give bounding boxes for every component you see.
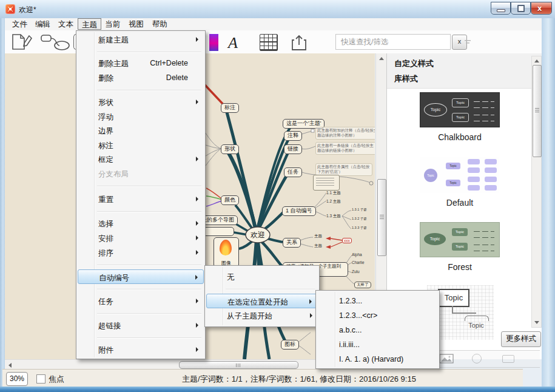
panel-scrollbar[interactable] [531,56,542,328]
menu-current[interactable]: 当前 [101,18,124,30]
child-topic[interactable]: 1.2 主题 [326,199,341,204]
child-topic[interactable]: 主题 [314,243,322,249]
thumb-leaf [474,236,494,239]
menu-item-delete-topic[interactable]: 删除主题Ctrl+Delete [78,56,204,70]
panel-scroll-thumb[interactable] [533,65,542,157]
menu-item-task[interactable]: 任务 [78,294,204,308]
custom-styles-header[interactable]: 自定义样式 [394,58,434,69]
child-topic[interactable]: 1.3.3 子题 [352,226,367,230]
menu-item-callout[interactable]: 标注 [78,138,204,152]
submenu-arrow-icon [195,275,198,280]
scroll-up-icon[interactable] [379,57,384,60]
menu-item-roman[interactable]: i.ii.iii... [317,337,438,352]
menu-item-floating[interactable]: 浮动 [78,109,204,124]
menu-bar: 文件 编辑 文本 主题 当前 视图 帮助 [5,18,542,31]
submenu-arrow-icon [196,37,198,42]
central-topic-node[interactable]: 欢迎 [247,230,268,241]
topic-node[interactable]: 图标 [281,340,299,350]
menu-text[interactable]: 文本 [55,18,77,30]
menu-file[interactable]: 文件 [8,18,31,30]
new-document-icon[interactable] [11,34,36,50]
child-topic[interactable]: 1.3.2 子题 [352,217,367,221]
color-swatch-icon[interactable] [209,34,218,51]
menu-item-select[interactable]: 选择 [78,216,204,231]
close-icon: x [537,4,542,13]
more-styles-button[interactable]: 更多样式 [501,331,541,347]
font-icon[interactable]: A [228,34,244,51]
relation-label[interactable]: xxx [342,238,352,243]
theme-item-default[interactable]: Topic Topic Topic Default [390,157,530,208]
library-styles-header[interactable]: 库样式 [394,73,418,84]
scroll-left-icon[interactable] [8,363,12,368]
menu-topic[interactable]: 主题 [78,18,101,30]
menu-item-attachment[interactable]: 附件 [78,342,204,357]
topic-node[interactable]: 标注 [221,103,239,113]
menu-item-arrange[interactable]: 安排 [78,231,204,245]
menu-separator [97,313,201,314]
child-topic[interactable]: 主题 [314,234,322,239]
topic-node[interactable]: 形状 [221,144,239,154]
menu-item-new-topic[interactable]: 新建主题 [78,32,204,47]
thumb-leaf [474,120,494,123]
scroll-down-icon[interactable] [534,321,539,324]
topic-node[interactable]: 颜色 [221,195,239,205]
note-text: 此主题有任务属性（点击/轻按下方的'信息'） [315,163,372,176]
menu-item-auto-numbering[interactable]: 自动编号 [78,269,204,284]
topic-node[interactable]: 关系 [283,238,301,248]
menu-view[interactable]: 视图 [125,18,147,30]
menu-item-none[interactable]: 无 [206,269,318,284]
minimize-button[interactable] [491,2,511,15]
child-topic[interactable]: Zulu [352,269,360,274]
smiley-icon[interactable] [472,354,482,363]
menu-item-frame[interactable]: 框定 [78,152,204,166]
thumb-leaf [468,185,480,191]
theme-name: Default [390,198,530,208]
theme-item-forest[interactable]: Topic Topic Topic Forest [390,222,530,272]
canvas-vscroll-thumb[interactable] [377,179,386,256]
topic-node[interactable]: 1 自动编号 [282,206,316,216]
menu-item-hyperlink[interactable]: 超链接 [78,318,204,333]
child-topic[interactable]: 1.3.1 子题 [352,208,367,212]
topic-node[interactable]: 任务 [284,167,302,177]
menu-item-harvard[interactable]: I. A. 1. a) (Harvard) [317,352,438,367]
topic-node[interactable]: 注释 [284,131,302,141]
canvas-hscroll-thumb[interactable] [179,361,298,369]
menu-item-boundary[interactable]: 边界 [78,123,204,138]
menu-item-start-at-selection[interactable]: 在选定位置处开始 [206,294,318,308]
theme-item-chalkboard[interactable]: Topic Topic Topic Chalkboard [390,92,530,142]
menu-edit[interactable]: 编辑 [32,18,54,30]
share-icon[interactable] [291,34,307,51]
child-topic[interactable]: 1.3 主题 [326,214,341,219]
new-topic-icon[interactable] [40,34,70,51]
topic-node[interactable]: 链接 [284,144,302,154]
search-options-icon[interactable] [465,40,471,44]
theme-name: Forest [390,262,530,272]
menu-item-numeric[interactable]: 1.2.3... [317,294,438,308]
menu-item-sort[interactable]: 排序 [78,245,204,260]
thumb-topic: Topic [446,180,460,186]
scroll-up-icon[interactable] [534,59,539,63]
restore-button[interactable] [511,2,531,15]
frame-icon[interactable] [502,355,514,363]
menu-item-alpha[interactable]: a.b.c... [317,323,438,337]
menu-item-reset[interactable]: 重置 [78,192,204,206]
calendar-icon[interactable] [260,34,278,51]
menu-item-shape[interactable]: 形状 [78,95,204,109]
menu-help[interactable]: 帮助 [149,18,171,30]
zoom-level-button[interactable]: 30% [6,372,28,386]
focus-checkbox[interactable] [36,374,45,384]
submenu-arrow-icon [310,313,312,318]
child-topic[interactable]: 1.1 主题 [326,191,341,196]
close-button[interactable]: x [531,2,552,15]
image-topic-node[interactable]: 图像 [214,237,239,268]
menu-item-numeric-cr[interactable]: 1.2.3...<cr> [317,308,438,323]
menu-item-start-from-subtopics[interactable]: 从子主题开始 [206,308,318,323]
menu-item-delete[interactable]: 删除Delete [78,70,204,85]
child-topic[interactable]: Alpha [352,252,362,257]
thumb-leaf [474,100,494,103]
search-input[interactable] [340,37,449,47]
picture-icon[interactable] [439,354,454,363]
child-topic[interactable]: 太棒了 [354,282,371,288]
minimize-icon [497,9,505,12]
child-topic[interactable]: Charlie [352,260,365,265]
